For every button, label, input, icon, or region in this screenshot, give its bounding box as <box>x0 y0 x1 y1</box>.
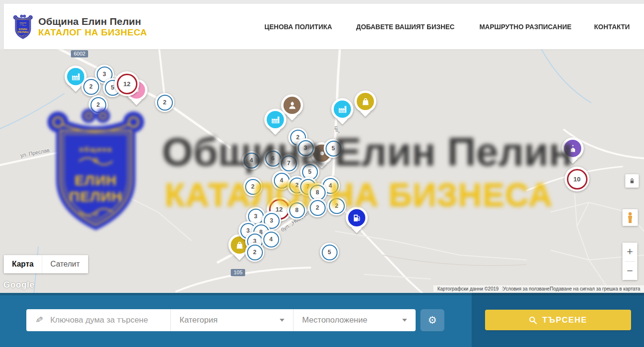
watermark-crest <box>41 103 151 235</box>
cluster-marker[interactable]: 2 <box>155 93 174 112</box>
header: Община Елин Пелин КАТАЛОГ НА БИЗНЕСА ЦЕН… <box>4 4 644 49</box>
factory-pin-marker[interactable] <box>264 109 286 131</box>
street-label-vertical: ци” <box>334 125 341 134</box>
road-number-label: 6002 <box>71 50 88 57</box>
nav-contacts[interactable]: КОНТАКТИ <box>594 22 630 31</box>
cluster-marker[interactable]: 12 <box>114 71 139 96</box>
map-canvas[interactable]: 6002 105 ул. Преслав бул. „Новоселци” ци… <box>0 49 644 293</box>
cluster-marker[interactable]: 7 <box>279 154 298 173</box>
cluster-marker[interactable]: 3 <box>296 138 315 157</box>
gear-icon: ⚙ <box>428 314 437 326</box>
attribution-terms-link[interactable]: Условия за ползване <box>503 286 549 291</box>
map-type-control: Карта Сателит <box>4 255 88 273</box>
search-button[interactable]: ТЪРСЕНЕ <box>485 310 631 330</box>
factory-pin-marker[interactable] <box>331 98 353 120</box>
keyword-search-input[interactable] <box>49 315 170 325</box>
main-nav: ЦЕНОВА ПОЛИТИКА ДОБАВЕТЕ ВАШИЯТ БИЗНЕС М… <box>262 22 631 31</box>
municipality-crest-icon <box>12 11 34 43</box>
cluster-marker[interactable]: 2 <box>89 95 108 114</box>
chevron-down-icon <box>402 319 407 322</box>
nav-pricing-policy[interactable]: ЦЕНОВА ПОЛИТИКА <box>264 22 332 31</box>
cluster-marker[interactable]: 2 <box>327 196 346 215</box>
location-select-value: Местоположение <box>302 315 367 325</box>
attribution-report-link[interactable]: Подаване на сигнал за грешка в картата <box>550 286 644 291</box>
search-bar: ✎ Категория Местоположение ⚙ ТЪРСЕНЕ <box>0 293 644 347</box>
church-pin-marker[interactable] <box>562 137 584 159</box>
map-attribution: Картографски данни ©2019 Условия за полз… <box>433 285 644 292</box>
attribution-copyright: Картографски данни ©2019 <box>433 286 502 291</box>
cluster-marker[interactable]: 2 <box>81 77 101 96</box>
map-type-map-button[interactable]: Карта <box>4 255 42 273</box>
lock-button[interactable] <box>625 174 639 188</box>
nav-add-your-business[interactable]: ДОБАВЕТЕ ВАШИЯТ БИЗНЕС <box>356 22 455 31</box>
search-icon <box>529 316 537 325</box>
cluster-marker[interactable]: 4 <box>261 230 281 249</box>
zoom-out-button[interactable]: − <box>622 262 637 280</box>
cluster-marker[interactable]: 2 <box>245 243 264 262</box>
keyword-field-wrap: ✎ <box>26 309 170 331</box>
fuel-pin-marker[interactable] <box>346 207 368 229</box>
search-bar-left: ✎ Категория Местоположение ⚙ <box>0 293 472 347</box>
cluster-marker[interactable]: 4 <box>242 151 261 170</box>
google-logo[interactable]: Google <box>3 280 34 290</box>
category-select-value: Категория <box>180 315 217 325</box>
map-type-satellite-button[interactable]: Сателит <box>42 255 88 273</box>
advanced-search-button[interactable]: ⚙ <box>420 309 444 331</box>
street-label-preslav: ул. Преслав <box>20 147 50 158</box>
header-logo[interactable]: Община Елин Пелин КАТАЛОГ НА БИЗНЕСА <box>12 11 147 43</box>
cluster-marker[interactable]: 8 <box>287 201 306 220</box>
site-title: Община Елин Пелин <box>38 16 147 27</box>
zoom-in-button[interactable]: + <box>622 243 637 261</box>
category-select[interactable]: Категория <box>171 309 293 331</box>
lock-icon <box>628 177 636 185</box>
nav-route-schedule[interactable]: МАРШРУТНО РАЗПИСАНИЕ <box>479 22 571 31</box>
search-group: ✎ Категория Местоположение <box>26 309 416 331</box>
cluster-marker[interactable]: 5 <box>320 243 339 262</box>
watermark-title: Община Елин Пелин <box>162 129 583 175</box>
cluster-marker[interactable]: 2 <box>243 177 262 196</box>
search-button-label: ТЪРСЕНЕ <box>542 315 588 325</box>
pencil-icon: ✎ <box>34 314 44 326</box>
shopping-bag-pin-marker[interactable] <box>354 90 376 112</box>
site-subtitle: КАТАЛОГ НА БИЗНЕСА <box>38 27 147 38</box>
pegman-icon <box>626 212 634 224</box>
cluster-marker[interactable]: 10 <box>565 167 589 191</box>
cluster-marker[interactable]: 5 <box>324 139 343 158</box>
chevron-down-icon <box>280 319 284 322</box>
search-bar-right: ТЪРСЕНЕ <box>472 293 644 347</box>
pegman-button[interactable] <box>622 209 638 226</box>
zoom-control: + − <box>622 243 637 280</box>
road-number-label: 105 <box>231 269 245 276</box>
location-select[interactable]: Местоположение <box>294 309 416 331</box>
cluster-marker[interactable]: 2 <box>308 198 327 217</box>
